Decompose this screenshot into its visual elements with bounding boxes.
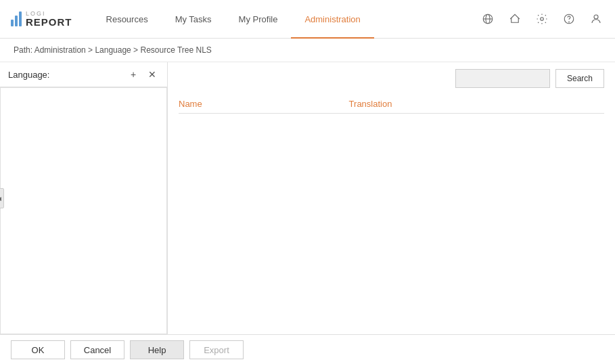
svg-point-3 [541,18,544,21]
nav-my-tasks[interactable]: My Tasks [162,0,225,39]
collapse-handle-button[interactable]: ◄ [0,188,4,208]
svg-point-6 [594,15,598,19]
nav-my-profile[interactable]: My Profile [225,0,292,39]
breadcrumb: Path: Administration > Language > Resour… [0,39,615,62]
logo-bars-icon [11,12,22,26]
logo-bar-3 [19,12,22,26]
search-bar: Search [179,69,604,88]
search-input[interactable] [455,69,550,88]
nav-administration[interactable]: Administration [291,0,373,39]
header-icons [480,11,604,27]
column-name-header: Name [179,99,349,109]
ok-button[interactable]: OK [11,340,65,359]
collapse-arrow-icon: ◄ [0,195,3,202]
logo-bar-1 [11,20,14,26]
cancel-button[interactable]: Cancel [70,340,124,359]
breadcrumb-text: Path: Administration > Language > Resour… [14,45,212,55]
gear-icon[interactable] [534,11,550,27]
nav-resources[interactable]: Resources [93,0,162,39]
language-label: Language: [8,70,121,80]
logo-report: REPORT [26,17,72,27]
right-panel: Search Name Translation [168,62,615,334]
header: LOGI REPORT Resources My Tasks My Profil… [0,0,615,39]
help-button[interactable]: Help [130,340,184,359]
left-panel-header: Language: + ✕ [0,62,167,87]
main-content: Language: + ✕ ◄ Search Name Translation … [0,62,615,364]
home-icon[interactable] [507,11,523,27]
remove-language-button[interactable]: ✕ [145,68,159,81]
content-area: Language: + ✕ ◄ Search Name Translation [0,62,615,334]
help-circle-icon[interactable] [561,11,577,27]
table-body [179,114,604,327]
column-translation-header: Translation [349,99,604,109]
logo-text: LOGI REPORT [26,11,72,27]
footer: OK Cancel Help Export [0,334,615,364]
left-panel: Language: + ✕ ◄ [0,62,168,334]
logo: LOGI REPORT [11,11,72,27]
export-button[interactable]: Export [189,340,244,359]
user-icon[interactable] [588,11,604,27]
globe-icon[interactable] [480,11,496,27]
search-button[interactable]: Search [555,69,604,88]
add-language-button[interactable]: + [127,68,140,81]
logo-bar-2 [15,16,18,26]
language-list[interactable] [0,87,167,334]
svg-point-5 [569,22,570,22]
main-nav: Resources My Tasks My Profile Administra… [93,0,480,39]
table-header: Name Translation [179,95,604,114]
